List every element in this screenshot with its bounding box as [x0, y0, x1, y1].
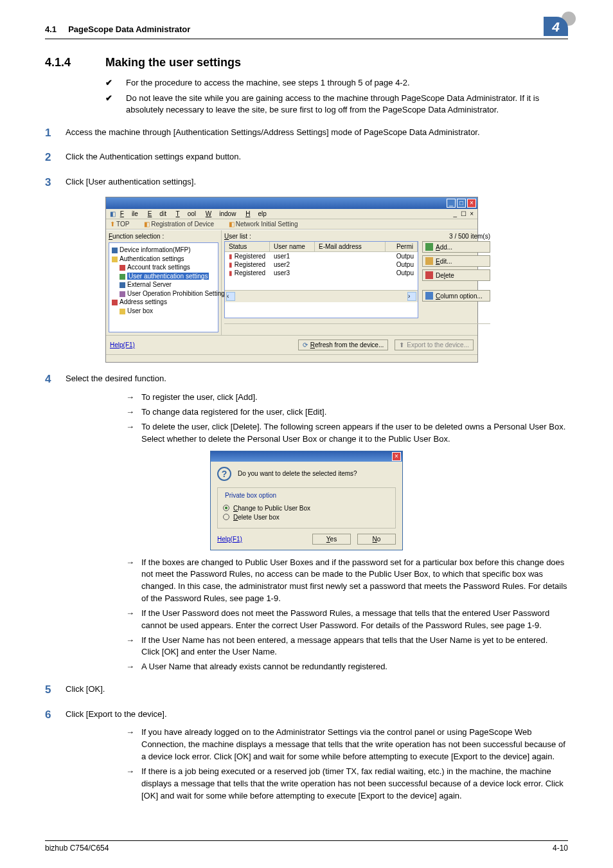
bottom-bar: Help(F1) ⟳Refresh from the device... ⬆Ex…: [106, 335, 477, 354]
question-icon: ?: [217, 467, 231, 481]
dialog-close-button[interactable]: ×: [392, 452, 401, 461]
arrow-icon: →: [126, 406, 141, 419]
check-item: ✔ Do not leave the site while you are ga…: [105, 93, 568, 116]
check-text: For the procedure to access the machine,…: [126, 77, 568, 89]
substep: →If the User Password does not meet the …: [126, 608, 568, 632]
header-title: PageScope Data Administrator: [68, 24, 190, 34]
section-heading: 4.1.4 Making the user settings: [45, 56, 568, 69]
radio-delete-box[interactable]: Delete User box: [223, 514, 390, 521]
minimize-button[interactable]: _: [447, 199, 456, 208]
arrow-icon: →: [126, 608, 141, 632]
col-username[interactable]: User name: [270, 242, 315, 251]
arrow-icon: →: [126, 727, 141, 763]
private-box-fieldset: Private box option Change to Public User…: [217, 487, 396, 529]
grid-header: Status User name E-Mail address Permi: [225, 242, 418, 252]
user-grid[interactable]: Status User name E-Mail address Permi ▮ …: [224, 241, 418, 318]
close-button[interactable]: ×: [467, 199, 476, 208]
step-text: Select the desired function.: [66, 372, 568, 388]
check-text: Do not leave the site while you are gain…: [126, 93, 568, 116]
help-link[interactable]: Help(F1): [110, 341, 135, 348]
step-6: 6 Click [Export to the device].: [45, 707, 568, 723]
app-window: _ □ × ◧ File Edit Tool Window Help _ ☐ ×…: [105, 197, 478, 363]
menu-help[interactable]: Help: [245, 210, 267, 217]
menu-edit[interactable]: Edit: [148, 210, 166, 217]
tree-address-settings[interactable]: Address settings: [120, 298, 167, 305]
user-list-count: 3 / 500 item(s): [449, 233, 490, 240]
heading-text: Making the user settings: [105, 56, 241, 69]
check-item: ✔ For the procedure to access the machin…: [105, 77, 568, 89]
delete-button[interactable]: Delete: [422, 269, 490, 281]
edit-button[interactable]: Edit...: [422, 255, 490, 267]
tabstrip: ⬆TOP ◧Registration of Device ◧Network In…: [106, 219, 477, 230]
step-text: Click [User authentication settings].: [66, 175, 568, 191]
substep: →A User Name that already exists cannot …: [126, 661, 568, 673]
user-list-label: User list :: [224, 233, 251, 240]
tree-user-op-prohibit[interactable]: User Operation Prohibition Settings: [127, 290, 228, 297]
tree-auth-settings[interactable]: Authentication settings: [120, 255, 184, 262]
menu-tool[interactable]: Tool: [176, 210, 196, 217]
no-button[interactable]: No: [357, 534, 396, 545]
step-number: 6: [45, 707, 66, 723]
arrow-icon: →: [126, 635, 141, 659]
dialog-help-link[interactable]: Help(F1): [217, 536, 242, 543]
add-button[interactable]: Add...: [422, 241, 490, 253]
col-permission[interactable]: Permi: [386, 242, 418, 251]
substep: →If you have already logged on to the Ad…: [126, 727, 568, 763]
step-number: 2: [45, 150, 66, 166]
col-status[interactable]: Status: [225, 242, 270, 251]
step-number: 1: [45, 125, 66, 141]
substep: →If there is a job being executed or a r…: [126, 766, 568, 802]
arrow-icon: →: [126, 766, 141, 802]
chapter-number: 4: [544, 19, 568, 35]
check-icon: ✔: [105, 77, 126, 89]
footer-model: bizhub C754/C654: [45, 844, 109, 853]
substep: →To change data registered for the user,…: [126, 406, 568, 419]
tab-top[interactable]: ⬆TOP: [110, 221, 136, 228]
radio-change-public[interactable]: Change to Public User Box: [223, 505, 390, 512]
tab-registration[interactable]: ◧Registration of Device: [144, 221, 220, 228]
chapter-badge: 4: [544, 17, 568, 36]
tree-device-info[interactable]: Device information(MFP): [120, 246, 191, 253]
substep: →To delete the user, click [Delete]. The…: [126, 421, 568, 446]
step-text: Click the Authentication settings expand…: [66, 150, 568, 166]
yes-button[interactable]: Yes: [312, 534, 351, 545]
menu-file[interactable]: File: [120, 210, 138, 217]
col-email[interactable]: E-Mail address: [315, 242, 386, 251]
substep: →If the boxes are changed to Public User…: [126, 557, 568, 605]
step-4: 4 Select the desired function.: [45, 372, 568, 388]
radio-icon: [223, 514, 229, 520]
step-text: Click [OK].: [66, 682, 568, 698]
tree-account-track[interactable]: Account track settings: [127, 264, 190, 271]
page-header: 4.1 PageScope Data Administrator 4: [45, 22, 568, 39]
step-text: Access the machine through [Authenticati…: [66, 125, 568, 141]
function-selection-label: Function selection :: [109, 233, 218, 240]
fieldset-legend: Private box option: [223, 492, 278, 499]
window-controls-dup: _ ☐ ×: [453, 210, 474, 217]
dialog-titlebar: ×: [211, 451, 402, 462]
step-1: 1 Access the machine through [Authentica…: [45, 125, 568, 141]
column-option-button[interactable]: Column option...: [422, 290, 490, 302]
step-number: 5: [45, 682, 66, 698]
maximize-button[interactable]: □: [457, 199, 466, 208]
tree-external-server[interactable]: External Server: [127, 281, 172, 288]
step-text: Click [Export to the device].: [66, 707, 568, 723]
refresh-button[interactable]: ⟳Refresh from the device...: [298, 339, 389, 350]
check-icon: ✔: [105, 93, 126, 116]
menu-window[interactable]: Window: [206, 210, 236, 217]
step-5: 5 Click [OK].: [45, 682, 568, 698]
status-bar: [106, 354, 477, 362]
tree-view[interactable]: Device information(MFP) Authentication s…: [109, 242, 218, 332]
grid-scrollbar[interactable]: ‹›: [225, 290, 418, 302]
tree-user-auth[interactable]: User authentication settings: [127, 273, 209, 280]
tree-user-box[interactable]: User box: [127, 307, 153, 314]
dialog-message: Do you want to delete the selected items…: [238, 470, 357, 477]
step-3: 3 Click [User authentication settings].: [45, 175, 568, 191]
table-row[interactable]: ▮ Registered user1 Outpu: [225, 252, 418, 260]
header-section: 4.1: [45, 24, 57, 34]
right-pane: User list : 3 / 500 item(s) Status User …: [222, 230, 493, 335]
table-row[interactable]: ▮ Registered user2 Outpu: [225, 260, 418, 269]
page-footer: bizhub C754/C654 4-10: [45, 840, 568, 853]
tab-network[interactable]: ◧Network Initial Setting: [229, 221, 305, 228]
export-button[interactable]: ⬆Export to the device...: [395, 339, 474, 350]
table-row[interactable]: ▮ Registered user3 Outpu: [225, 269, 418, 277]
